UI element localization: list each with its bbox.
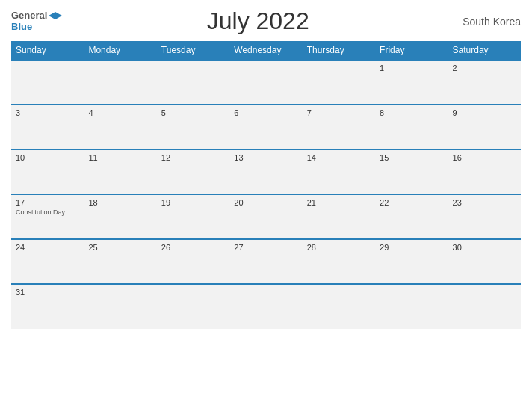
calendar-cell [375, 284, 448, 329]
calendar-container: General Blue July 2022 South Korea Sunda… [0, 0, 532, 411]
calendar-cell: 19 [157, 194, 229, 239]
day-number: 6 [234, 108, 297, 117]
calendar-cell: 22 [375, 194, 448, 239]
day-number: 12 [161, 153, 225, 162]
calendar-cell: 9 [448, 105, 521, 149]
calendar-cell: 8 [375, 105, 448, 149]
calendar-cell: 3 [11, 105, 84, 149]
calendar-week-4: 17Constitution Day181920212223 [11, 194, 521, 239]
calendar-cell [11, 60, 84, 105]
calendar-cell: 1 [375, 60, 448, 105]
calendar-cell: 31 [11, 284, 84, 329]
day-number: 29 [380, 243, 443, 252]
day-number: 13 [234, 153, 297, 162]
calendar-cell: 14 [303, 149, 375, 194]
calendar-week-5: 24252627282930 [11, 239, 521, 284]
day-number: 7 [307, 108, 371, 117]
calendar-cell: 28 [303, 239, 375, 284]
day-of-week-wednesday: Wednesday [229, 41, 302, 60]
calendar-cell: 26 [157, 239, 229, 284]
calendar-cell: 27 [229, 239, 302, 284]
day-number: 8 [380, 108, 443, 117]
calendar-cell [303, 60, 375, 105]
day-of-week-sunday: Sunday [11, 41, 84, 60]
day-number: 2 [453, 64, 516, 72]
calendar-cell: 21 [303, 194, 375, 239]
calendar-header-row: SundayMondayTuesdayWednesdayThursdayFrid… [11, 41, 521, 60]
day-number: 23 [453, 198, 516, 207]
day-of-week-monday: Monday [84, 41, 156, 60]
logo-flag-icon [49, 10, 62, 21]
day-number: 20 [234, 198, 297, 207]
day-number: 9 [453, 108, 516, 117]
day-number: 19 [161, 198, 225, 207]
calendar-week-3: 10111213141516 [11, 149, 521, 194]
day-of-week-friday: Friday [375, 41, 448, 60]
holiday-label: Constitution Day [16, 208, 79, 216]
calendar-cell [448, 284, 521, 329]
calendar-cell: 10 [11, 149, 84, 194]
day-number: 18 [88, 198, 152, 207]
calendar-cell: 13 [229, 149, 302, 194]
logo-blue-text: Blue [11, 22, 32, 32]
calendar-cell [303, 284, 375, 329]
calendar-table: SundayMondayTuesdayWednesdayThursdayFrid… [11, 41, 521, 329]
calendar-cell: 20 [229, 194, 302, 239]
calendar-cell: 30 [448, 239, 521, 284]
day-number: 30 [453, 243, 516, 252]
calendar-body: 1234567891011121314151617Constitution Da… [11, 60, 521, 329]
country-label: South Korea [454, 16, 521, 28]
day-number: 26 [161, 243, 225, 252]
logo: General Blue [11, 10, 62, 32]
calendar-cell [84, 284, 156, 329]
calendar-cell: 2 [448, 60, 521, 105]
calendar-cell: 24 [11, 239, 84, 284]
day-number: 5 [161, 108, 225, 117]
days-of-week-row: SundayMondayTuesdayWednesdayThursdayFrid… [11, 41, 521, 60]
calendar-cell: 16 [448, 149, 521, 194]
calendar-cell: 5 [157, 105, 229, 149]
day-number: 22 [380, 198, 443, 207]
day-number: 1 [380, 64, 443, 72]
day-number: 3 [16, 108, 79, 117]
calendar-cell [84, 60, 156, 105]
calendar-cell [157, 284, 229, 329]
calendar-cell [229, 60, 302, 105]
day-number: 24 [16, 243, 79, 252]
calendar-cell: 11 [84, 149, 156, 194]
calendar-header: General Blue July 2022 South Korea [11, 7, 521, 35]
day-of-week-saturday: Saturday [448, 41, 521, 60]
day-number: 11 [88, 153, 152, 162]
calendar-week-1: 12 [11, 60, 521, 105]
calendar-week-2: 3456789 [11, 105, 521, 149]
day-of-week-tuesday: Tuesday [157, 41, 229, 60]
day-number: 28 [307, 243, 371, 252]
day-of-week-thursday: Thursday [303, 41, 375, 60]
calendar-cell: 23 [448, 194, 521, 239]
calendar-week-6: 31 [11, 284, 521, 329]
calendar-cell: 17Constitution Day [11, 194, 84, 239]
calendar-cell: 12 [157, 149, 229, 194]
day-number: 25 [88, 243, 152, 252]
calendar-cell: 15 [375, 149, 448, 194]
calendar-cell: 29 [375, 239, 448, 284]
calendar-cell [229, 284, 302, 329]
day-number: 27 [234, 243, 297, 252]
calendar-cell: 7 [303, 105, 375, 149]
logo-general-text: General [11, 10, 47, 21]
calendar-cell [157, 60, 229, 105]
day-number: 16 [453, 153, 516, 162]
day-number: 31 [16, 288, 79, 297]
calendar-cell: 4 [84, 105, 156, 149]
calendar-cell: 18 [84, 194, 156, 239]
day-number: 15 [380, 153, 443, 162]
svg-marker-0 [49, 12, 62, 19]
day-number: 10 [16, 153, 79, 162]
day-number: 17 [16, 198, 79, 207]
day-number: 21 [307, 198, 371, 207]
calendar-cell: 6 [229, 105, 302, 149]
day-number: 4 [88, 108, 152, 117]
month-title: July 2022 [62, 7, 454, 35]
day-number: 14 [307, 153, 371, 162]
calendar-cell: 25 [84, 239, 156, 284]
